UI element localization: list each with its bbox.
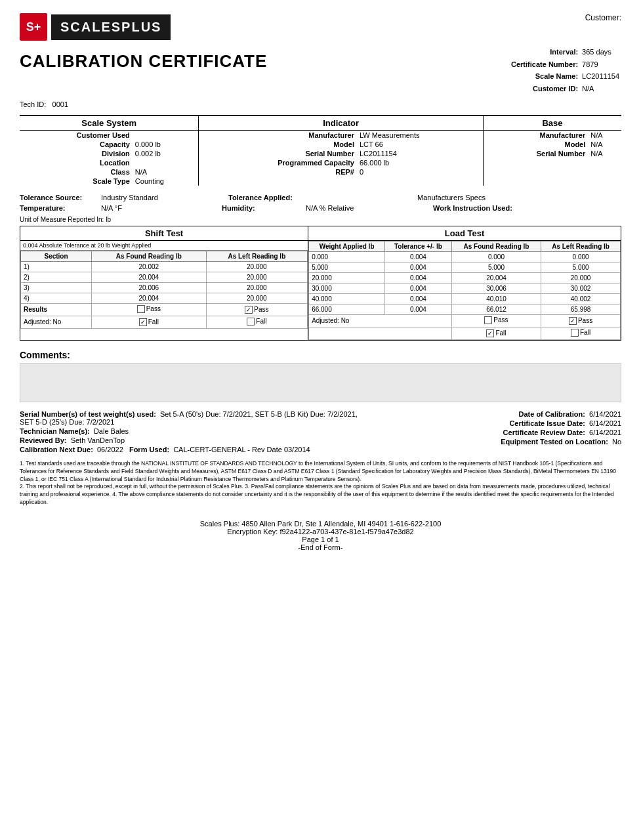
table-row: 30.000 0.004 30.006 30.002 [309, 283, 621, 293]
form-used-value: CAL-CERT-GENERAL - Rev Date 03/2014 [173, 446, 310, 453]
tech-name-row: Technician Name(s): Dale Bales [20, 427, 369, 435]
date-cal-label: Date of Calibration: [518, 410, 585, 418]
ss-row6-value: Counting [133, 177, 199, 186]
legal-para-2: 2. This report shall not be reproduced, … [20, 483, 621, 507]
temperature-row: Temperature: N/A °F Humidity: N/A % Rela… [20, 204, 621, 212]
ss-row1-label: Customer Used [20, 130, 133, 140]
tol-source-value: Industry Standard [101, 194, 206, 201]
reviewed-row: Reviewed By: Seth VanDenTop [20, 436, 369, 444]
load-l-1: 5.000 [541, 262, 621, 272]
load-pass2-area: Pass [569, 317, 592, 325]
tech-name-label: Technician Name(s): [20, 427, 90, 435]
shift-found-3: 20.006 [92, 282, 206, 293]
tol-source-label: Tolerance Source: [20, 194, 98, 201]
shift-adjusted-label: Adjusted: No [21, 316, 92, 328]
ind-row4-value: 66.000 lb [357, 158, 483, 167]
shift-pass2-checkbox-area: Pass [245, 306, 268, 314]
cert-num-label: Certificate Number: [509, 58, 580, 71]
shift-fall2-area: Fall [247, 318, 266, 326]
base-header: Base [483, 116, 621, 131]
load-l-5: 65.998 [541, 304, 621, 314]
header: S+ SCALESPLUS Customer: [20, 13, 621, 41]
load-fall1-checkbox [486, 329, 494, 337]
shift-pass2-checkbox [245, 306, 253, 314]
shift-sec-1: 1) [21, 261, 92, 272]
temp-value: N/A °F [101, 204, 206, 212]
shift-fall1-checkbox [139, 318, 147, 326]
tol-applied-label: Tolerance Applied: [228, 194, 307, 201]
ind-row5-value: 0 [357, 167, 483, 177]
table-row: 4) 20.004 20.000 [21, 293, 308, 303]
cert-review-row: Certificate Review Date: 6/14/2021 [381, 429, 621, 436]
comments-box[interactable] [20, 363, 621, 402]
temp-label: Temperature: [20, 204, 98, 212]
load-pass1-label: Pass [493, 316, 508, 324]
shift-left-2: 20.000 [206, 272, 308, 282]
load-t-5: 0.004 [384, 304, 451, 314]
load-t-4: 0.004 [384, 293, 451, 304]
cert-issue-row: Certificate Issue Date: 6/14/2021 [381, 419, 621, 427]
customer-top: Customer: [585, 13, 621, 22]
logo-icon: S+ [20, 13, 47, 41]
cal-next-value: 06/2022 [97, 446, 123, 453]
load-t-3: 0.004 [384, 283, 451, 293]
shift-left-3: 20.000 [206, 282, 308, 293]
footer-info: Serial Number(s) of test weight(s) used:… [20, 410, 621, 455]
load-l-4: 40.002 [541, 293, 621, 304]
system-table: Scale System Indicator Base Customer Use… [20, 115, 621, 186]
base-row2-value: N/A [588, 140, 621, 149]
load-l-2: 20.000 [541, 272, 621, 283]
shift-found-2: 20.004 [92, 272, 206, 282]
load-adjusted-row: Adjusted: No Pass Pass [309, 314, 621, 327]
table-row: 66.000 0.004 66.012 65.998 [309, 304, 621, 314]
load-l-0: 0.000 [541, 251, 621, 262]
shift-pass2-label: Pass [254, 306, 268, 313]
equipment-label: Equipment Tested on Location: [501, 438, 608, 446]
cal-next-row: Calibration Next Due: 06/2022 Form Used:… [20, 446, 369, 453]
shift-fall1-area: Fall [139, 318, 159, 326]
load-f-4: 40.010 [451, 293, 541, 304]
load-col-weight: Weight Applied lb [309, 241, 385, 251]
load-f-2: 20.004 [451, 272, 541, 283]
shift-test-header: Shift Test [20, 226, 308, 241]
load-col-tolerance: Tolerance +/- lb [384, 241, 451, 251]
shift-left-4: 20.000 [206, 293, 308, 303]
base-row3-value: N/A [588, 149, 621, 158]
load-w-0: 0.000 [309, 251, 385, 262]
load-pass1-cell: Pass [451, 314, 541, 327]
shift-test-container: Shift Test 0.004 Absolute Tolerance at 2… [20, 226, 308, 341]
shift-col-left: As Left Reading lb [206, 251, 308, 261]
footer-left: Serial Number(s) of test weight(s) used:… [20, 410, 369, 455]
cert-num-value: 7879 [580, 58, 621, 71]
load-test-container: Load Test Weight Applied lb Tolerance +/… [308, 226, 621, 341]
load-f-3: 30.006 [451, 283, 541, 293]
tech-value: 0001 [52, 100, 68, 108]
logo-text: SCALESPLUS [51, 14, 171, 40]
footer-end: -End of Form- [20, 543, 621, 551]
ss-row1-value [133, 130, 199, 140]
equipment-row: Equipment Tested on Location: No [381, 438, 621, 446]
cert-review-label: Certificate Review Date: [503, 429, 585, 436]
customer-id-label: Customer ID: [509, 83, 580, 95]
tol-specs: Manufacturers Specs [417, 194, 486, 201]
interval-label: Interval: [509, 46, 580, 58]
shift-pass1-checkbox [137, 305, 145, 313]
ind-row1-label: Manufacturer [199, 130, 357, 140]
load-fall2-area: Fall [571, 329, 590, 337]
tech-name-value: Dale Bales [94, 427, 129, 435]
ind-row3-value: LC2011154 [357, 149, 483, 158]
footer-page: Page 1 of 1 [20, 536, 621, 543]
footer-two-col: Serial Number(s) of test weight(s) used:… [20, 410, 621, 455]
load-pass2-cell: Pass [541, 314, 621, 327]
ind-row4-label: Programmed Capacity [199, 158, 357, 167]
load-fall1-cell: Fall [451, 327, 541, 339]
page-title: CALIBRATION CERTIFICATE [20, 51, 267, 72]
base-row1-value: N/A [588, 130, 621, 140]
title-area: CALIBRATION CERTIFICATE [20, 51, 267, 72]
cal-next-label: Calibration Next Due: [20, 446, 93, 453]
footer-address: Scales Plus: 4850 Allen Park Dr, Ste 1 A… [20, 520, 621, 528]
logo-area: S+ SCALESPLUS [20, 13, 171, 41]
load-pass2-label: Pass [578, 317, 592, 324]
table-row: 3) 20.006 20.000 [21, 282, 308, 293]
work-label: Work Instruction Used: [433, 204, 512, 212]
